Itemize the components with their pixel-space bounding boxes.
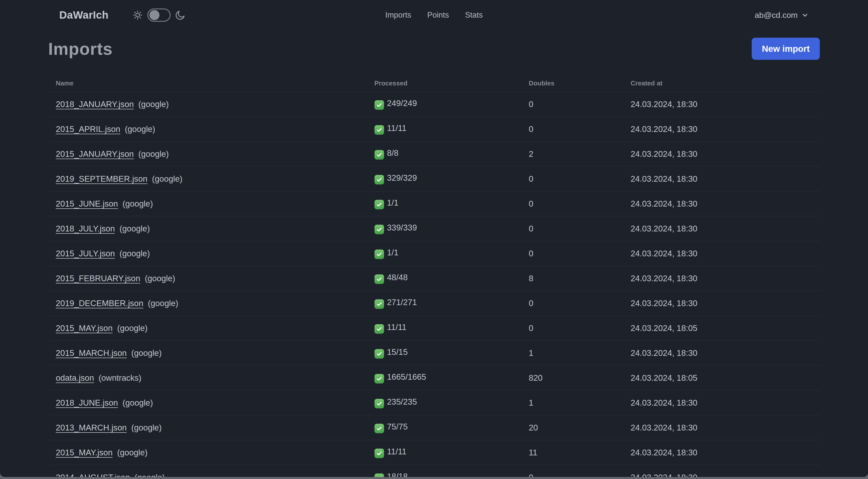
created-at: 24.03.2024, 18:05: [623, 316, 820, 340]
created-at: 24.03.2024, 18:30: [623, 167, 820, 191]
success-check-icon: [374, 349, 384, 359]
nav-links: Imports Points Stats: [385, 10, 483, 20]
imports-table: Name Processed Doubles Created at 2018_J…: [48, 75, 820, 477]
table-row: 2015_JULY.json (google) 1/1 0 24.03.2024…: [48, 241, 820, 266]
column-header-created-at: Created at: [623, 75, 820, 92]
app-window: DaWarIch: [0, 0, 868, 477]
switch-knob: [149, 10, 159, 20]
import-source: (google): [131, 423, 162, 432]
app-logo[interactable]: DaWarIch: [59, 9, 108, 21]
processed-count: 235/235: [387, 397, 417, 407]
import-source: (google): [120, 249, 150, 258]
doubles-count: 1: [521, 340, 623, 365]
table-row: 2015_FEBRUARY.json (google) 48/48 8 24.0…: [48, 266, 820, 291]
import-file-link[interactable]: 2015_JULY.json: [56, 249, 115, 258]
import-source: (google): [120, 224, 150, 233]
theme-toggle[interactable]: [132, 8, 186, 22]
success-check-icon: [374, 225, 384, 234]
column-header-name: Name: [48, 75, 367, 92]
processed-count: 75/75: [387, 422, 408, 431]
doubles-count: 20: [521, 415, 623, 440]
doubles-count: 0: [521, 465, 623, 477]
page-title: Imports: [48, 39, 113, 58]
doubles-count: 0: [521, 291, 623, 316]
import-file-link[interactable]: 2018_JANUARY.json: [56, 99, 134, 109]
processed-count: 329/329: [387, 173, 417, 182]
table-row: 2013_MARCH.json (google) 75/75 20 24.03.…: [48, 415, 820, 440]
success-check-icon: [374, 449, 384, 458]
table-row: 2019_SEPTEMBER.json (google) 329/329 0 2…: [48, 167, 820, 191]
processed-count: 1/1: [387, 248, 399, 257]
created-at: 24.03.2024, 18:30: [623, 266, 820, 291]
import-file-link[interactable]: 2014_AUGUST.json: [56, 473, 130, 477]
created-at: 24.03.2024, 18:30: [623, 415, 820, 440]
processed-count: 11/11: [387, 323, 407, 332]
created-at: 24.03.2024, 18:30: [623, 241, 820, 266]
table-header-row: Name Processed Doubles Created at: [48, 75, 820, 92]
import-source: (google): [131, 348, 162, 358]
processed-count: 1665/1665: [387, 372, 426, 382]
created-at: 24.03.2024, 18:05: [623, 365, 820, 390]
user-menu[interactable]: ab@cd.com: [755, 10, 809, 20]
import-source: (google): [148, 299, 178, 308]
created-at: 24.03.2024, 18:30: [623, 291, 820, 316]
processed-count: 11/11: [387, 447, 407, 456]
user-email: ab@cd.com: [755, 10, 798, 20]
theme-switch[interactable]: [148, 8, 170, 22]
created-at: 24.03.2024, 18:30: [623, 117, 820, 142]
import-file-link[interactable]: 2015_JUNE.json: [56, 199, 118, 208]
doubles-count: 0: [521, 241, 623, 266]
page-content: Imports New import Name Processed Double…: [0, 38, 868, 477]
success-check-icon: [374, 399, 384, 409]
import-source: (owntracks): [98, 373, 142, 383]
import-file-link[interactable]: odata.json: [56, 373, 94, 383]
import-file-link[interactable]: 2018_JULY.json: [56, 224, 115, 233]
import-file-link[interactable]: 2019_DECEMBER.json: [56, 299, 144, 308]
success-check-icon: [374, 125, 384, 135]
import-file-link[interactable]: 2015_MAY.json: [56, 448, 113, 457]
nav-link-imports[interactable]: Imports: [385, 10, 411, 20]
doubles-count: 8: [521, 266, 623, 291]
nav-link-stats[interactable]: Stats: [465, 10, 483, 20]
success-check-icon: [374, 200, 384, 209]
processed-count: 249/249: [387, 98, 417, 108]
table-row: 2018_JULY.json (google) 339/339 0 24.03.…: [48, 216, 820, 241]
import-source: (google): [123, 398, 153, 408]
import-file-link[interactable]: 2015_MAY.json: [56, 324, 113, 333]
import-source: (google): [117, 448, 148, 457]
moon-icon: [175, 10, 186, 20]
table-row: 2015_JUNE.json (google) 1/1 0 24.03.2024…: [48, 191, 820, 216]
column-header-processed: Processed: [367, 75, 521, 92]
table-row: 2015_MAY.json (google) 11/11 11 24.03.20…: [48, 440, 820, 465]
import-file-link[interactable]: 2015_FEBRUARY.json: [56, 274, 140, 283]
created-at: 24.03.2024, 18:30: [623, 440, 820, 465]
import-file-link[interactable]: 2015_MARCH.json: [56, 348, 127, 358]
table-row: 2019_DECEMBER.json (google) 271/271 0 24…: [48, 291, 820, 316]
sun-icon: [132, 10, 143, 20]
import-file-link[interactable]: 2013_MARCH.json: [56, 423, 127, 432]
table-row: 2014_AUGUST.json (google) 18/18 0 24.03.…: [48, 465, 820, 477]
created-at: 24.03.2024, 18:30: [623, 390, 820, 415]
table-row: 2015_JANUARY.json (google) 8/8 2 24.03.2…: [48, 142, 820, 167]
import-source: (google): [145, 274, 175, 283]
chevron-down-icon: [801, 11, 809, 19]
success-check-icon: [374, 374, 384, 384]
import-file-link[interactable]: 2015_JANUARY.json: [56, 149, 134, 158]
doubles-count: 0: [521, 117, 623, 142]
import-file-link[interactable]: 2015_APRIL.json: [56, 124, 120, 134]
import-source: (google): [135, 473, 165, 477]
import-source: (google): [152, 174, 182, 183]
doubles-count: 0: [521, 167, 623, 191]
processed-count: 48/48: [387, 273, 408, 282]
processed-count: 339/339: [387, 223, 417, 232]
new-import-button[interactable]: New import: [752, 38, 820, 60]
table-row: odata.json (owntracks) 1665/1665 820 24.…: [48, 365, 820, 390]
imports-table-body: 2018_JANUARY.json (google) 249/249 0 24.…: [48, 92, 820, 477]
import-source: (google): [117, 324, 148, 333]
import-file-link[interactable]: 2018_JUNE.json: [56, 398, 118, 408]
table-row: 2015_MAY.json (google) 11/11 0 24.03.202…: [48, 316, 820, 340]
success-check-icon: [374, 424, 384, 433]
nav-link-points[interactable]: Points: [427, 10, 449, 20]
table-row: 2018_JUNE.json (google) 235/235 1 24.03.…: [48, 390, 820, 415]
import-file-link[interactable]: 2019_SEPTEMBER.json: [56, 174, 148, 183]
